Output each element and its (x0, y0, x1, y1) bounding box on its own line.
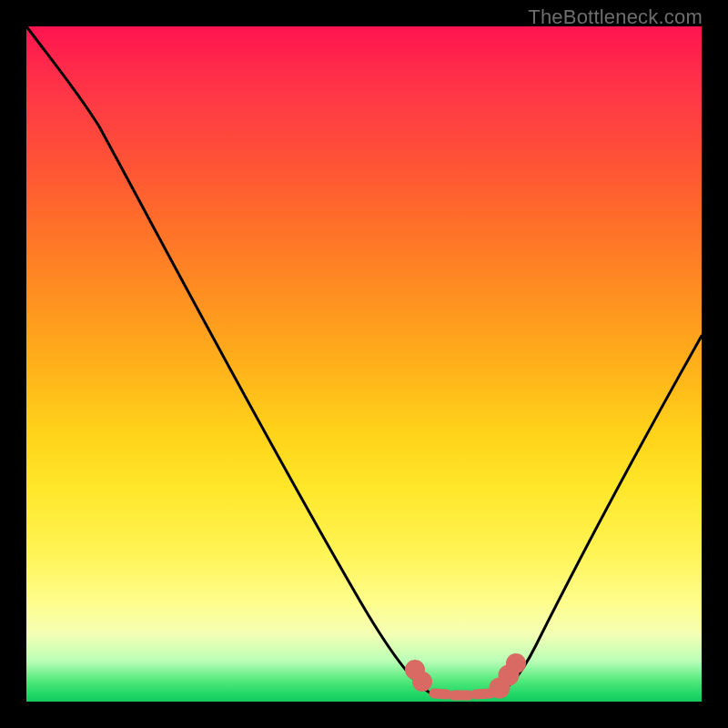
chart-frame: TheBottleneck.com (0, 0, 728, 728)
svg-line-4 (476, 693, 490, 694)
optimal-band-markers (410, 659, 521, 696)
plot-area (26, 26, 702, 702)
attribution-label: TheBottleneck.com (528, 5, 703, 29)
svg-line-2 (434, 693, 447, 694)
svg-point-1 (418, 677, 428, 687)
bottleneck-curve (26, 26, 702, 695)
curve-layer (26, 26, 702, 702)
svg-point-7 (511, 659, 521, 669)
